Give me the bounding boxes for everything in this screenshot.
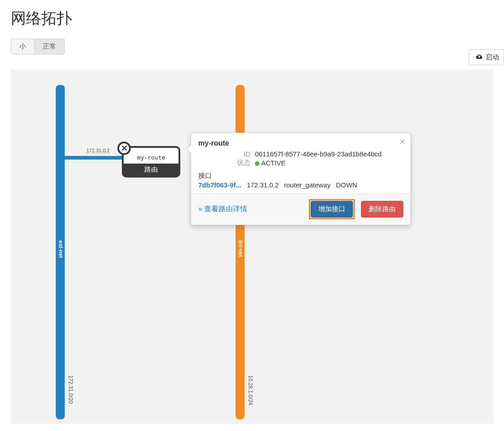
launch-label: 启动	[486, 53, 499, 62]
topology-canvas[interactable]: ext-net 172.31.0/20 int-net 10.28.1.0/24…	[11, 70, 493, 424]
network-label-int: int-net	[237, 240, 244, 257]
interface-ip: 172.31.0.2	[247, 181, 279, 189]
view-router-detail-link[interactable]: » 查看路由详情	[198, 204, 247, 214]
id-value: 0611657f-8577-46ee-b9a9-23ad1b8e4bcd	[255, 150, 382, 158]
network-cidr-int: 10.28.1.0/24	[247, 375, 254, 405]
page-title: 网络拓扑	[11, 8, 493, 29]
status-dot-icon	[255, 161, 259, 166]
router-caption: 路由	[124, 164, 178, 176]
toolbar: 小 正常	[11, 39, 493, 54]
network-label-ext: ext-net	[58, 240, 64, 258]
interface-state: DOWN	[336, 181, 357, 189]
router-name: my-route	[124, 148, 178, 164]
status-value: ACTIVE	[255, 159, 285, 167]
add-interface-highlight: 增加接口	[309, 199, 355, 219]
delete-router-button[interactable]: 删除路由	[361, 201, 403, 218]
interface-row: 7db7f063-9f... 172.31.0.2 router_gateway…	[198, 181, 403, 189]
router-node[interactable]: ✕ my-route 路由	[122, 146, 180, 178]
connector-ip-label: 172.31.0.2	[85, 148, 111, 154]
size-toggle-group: 小 正常	[11, 39, 65, 54]
cloud-upload-icon	[476, 53, 483, 61]
router-ext-connector	[64, 156, 122, 160]
size-small-button[interactable]: 小	[11, 39, 34, 54]
launch-instance-button[interactable]: 启动	[469, 49, 504, 65]
interfaces-heading: 接口	[198, 172, 403, 180]
router-icon: ✕	[117, 142, 131, 155]
interface-type: router_gateway	[284, 181, 330, 189]
interface-id-link[interactable]: 7db7f063-9f...	[198, 181, 241, 189]
add-interface-button[interactable]: 增加接口	[311, 201, 353, 218]
network-cidr-ext: 172.31.0/20	[67, 375, 74, 404]
router-popover: × my-route ID 0611657f-8577-46ee-b9a9-23…	[191, 133, 411, 225]
id-label: ID	[198, 150, 250, 158]
status-label: 状态	[198, 159, 250, 167]
size-normal-button[interactable]: 正常	[34, 39, 64, 54]
close-icon[interactable]: ×	[400, 137, 405, 147]
popover-title: my-route	[198, 139, 403, 147]
